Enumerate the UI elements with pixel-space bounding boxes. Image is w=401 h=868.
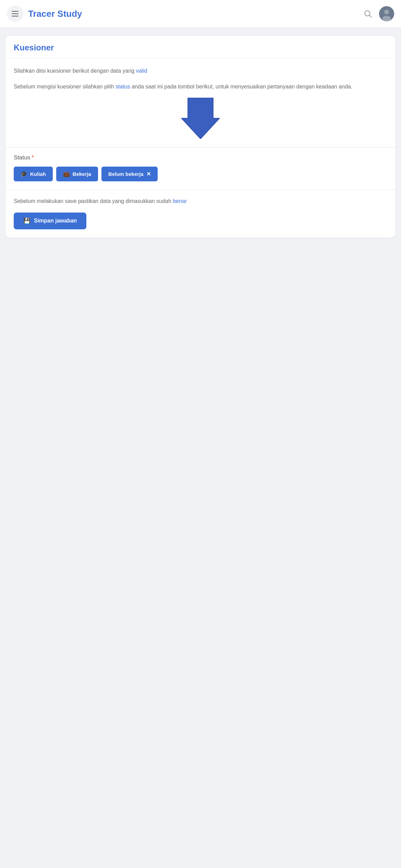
hamburger-icon: [12, 11, 19, 16]
status-link: status: [116, 84, 130, 89]
kuesioner-card: Kuesioner Silahkan diisi kuesioner berik…: [5, 36, 396, 238]
save-button-label: Simpan jawaban: [34, 218, 77, 224]
svg-point-4: [382, 16, 391, 21]
status-button-bekerja[interactable]: 💼 Bekerja: [56, 167, 98, 181]
card-header: Kuesioner: [5, 36, 396, 58]
status-label-text: Status: [14, 154, 30, 161]
avatar[interactable]: [379, 6, 394, 21]
status-button-kuliah[interactable]: 🎓 Kuliah: [14, 167, 53, 181]
description-2: Sebelum mengisi kuesioner silahkan pilih…: [14, 82, 387, 91]
save-note: Sebelum melakukan save pastikan data yan…: [14, 197, 387, 206]
bekerja-label: Bekerja: [73, 171, 91, 177]
benar-link: benar: [173, 198, 187, 204]
description-1: Silahkan diisi kuesioner berikut dengan …: [14, 67, 387, 75]
main-content: Kuesioner Silahkan diisi kuesioner berik…: [0, 28, 401, 246]
divider-2: [5, 190, 396, 190]
valid-link: valid: [136, 68, 147, 74]
search-button[interactable]: [362, 8, 374, 20]
svg-point-0: [365, 11, 370, 16]
svg-point-3: [384, 10, 389, 14]
save-note-text: Sebelum melakukan save pastikan data yan…: [14, 198, 173, 204]
status-button-belum-bekerja[interactable]: Belum bekerja ✕: [101, 167, 158, 181]
menu-button[interactable]: [7, 5, 23, 22]
card-title: Kuesioner: [14, 43, 387, 52]
kuliah-icon: 🎓: [21, 171, 27, 177]
app-header: Tracer Study: [0, 0, 401, 28]
search-icon: [363, 9, 372, 18]
description-1-text: Silahkan diisi kuesioner berikut dengan …: [14, 68, 136, 74]
save-icon: 💾: [23, 217, 31, 225]
bekerja-icon: 💼: [63, 171, 70, 177]
status-buttons-group: 🎓 Kuliah 💼 Bekerja Belum bekerja ✕: [14, 167, 387, 181]
required-indicator: *: [32, 154, 34, 161]
arrow-container: [14, 98, 387, 139]
belum-bekerja-icon: ✕: [146, 171, 151, 177]
belum-bekerja-label: Belum bekerja: [108, 171, 144, 177]
app-title: Tracer Study: [28, 9, 362, 19]
description-2-text-before: Sebelum mengisi kuesioner silahkan pilih: [14, 84, 116, 89]
divider-1: [5, 147, 396, 147]
svg-line-1: [369, 15, 372, 17]
avatar-icon: [379, 6, 394, 21]
svg-marker-5: [182, 98, 220, 139]
save-button[interactable]: 💾 Simpan jawaban: [14, 213, 86, 229]
kuliah-label: Kuliah: [30, 171, 46, 177]
card-body: Silahkan diisi kuesioner berikut dengan …: [5, 58, 396, 238]
status-label-row: Status *: [14, 154, 387, 161]
description-2-text-after: anda saat ini pada tombol berikut, untuk…: [130, 84, 352, 89]
down-arrow-icon: [180, 98, 221, 139]
header-actions: [362, 6, 394, 21]
